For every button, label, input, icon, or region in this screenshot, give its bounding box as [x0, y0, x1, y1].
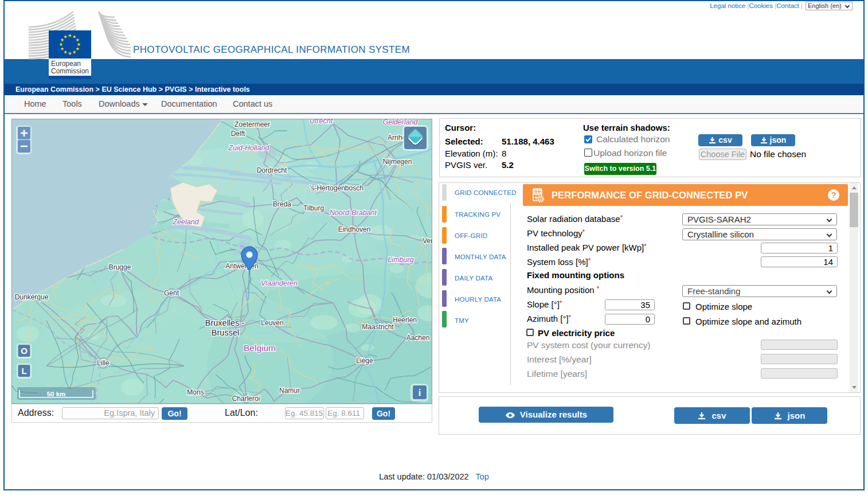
svg-text:Liège: Liège	[356, 357, 373, 365]
svg-text:Lille: Lille	[97, 359, 110, 367]
svg-text:Venlo: Venlo	[423, 237, 432, 245]
svg-text:Nijmegen: Nijmegen	[383, 158, 412, 166]
svg-text:Brugge: Brugge	[109, 263, 131, 271]
svg-text:Dordrecht: Dordrecht	[257, 166, 287, 174]
svg-text:Zuid-Holland: Zuid-Holland	[228, 144, 270, 152]
svg-text:Commission: Commission	[51, 67, 89, 75]
svg-text:Namur: Namur	[279, 387, 300, 395]
svg-text:Bruxelles -: Bruxelles -	[205, 318, 245, 328]
svg-text:Leuven: Leuven	[261, 319, 283, 327]
svg-text:Zeeland: Zeeland	[172, 218, 199, 226]
svg-text:Heerlen: Heerlen	[393, 316, 417, 324]
svg-text:Utrecht: Utrecht	[310, 119, 333, 125]
svg-text:Breda: Breda	[273, 200, 291, 208]
svg-text:i: i	[419, 388, 421, 397]
svg-text:Noord-Brabant: Noord-Brabant	[330, 209, 377, 217]
svg-text:Eindhoven: Eindhoven	[338, 225, 371, 233]
svg-text:50 km: 50 km	[47, 391, 66, 397]
svg-text:Dunkerque: Dunkerque	[15, 293, 49, 301]
svg-text:Belgium: Belgium	[244, 343, 276, 353]
svg-text:O: O	[21, 346, 28, 356]
svg-text:Gent: Gent	[164, 289, 179, 297]
svg-text:Aachen: Aachen	[406, 334, 430, 342]
svg-text:L: L	[21, 366, 26, 376]
svg-text:Mons: Mons	[187, 388, 204, 396]
svg-text:Delft: Delft	[231, 130, 245, 138]
svg-text:Zoetermeer: Zoetermeer	[234, 120, 270, 128]
svg-text:'s-Hertogenbosch: 's-Hertogenbosch	[310, 184, 363, 192]
svg-text:Vlaanderen: Vlaanderen	[261, 279, 298, 287]
svg-text:European: European	[51, 60, 81, 68]
svg-text:Tilburg: Tilburg	[303, 204, 324, 212]
svg-text:Maastricht: Maastricht	[362, 323, 394, 331]
svg-text:Limburg: Limburg	[388, 256, 413, 264]
svg-text:Charleroi: Charleroi	[232, 395, 260, 403]
svg-text:Brussel: Brussel	[212, 328, 239, 337]
